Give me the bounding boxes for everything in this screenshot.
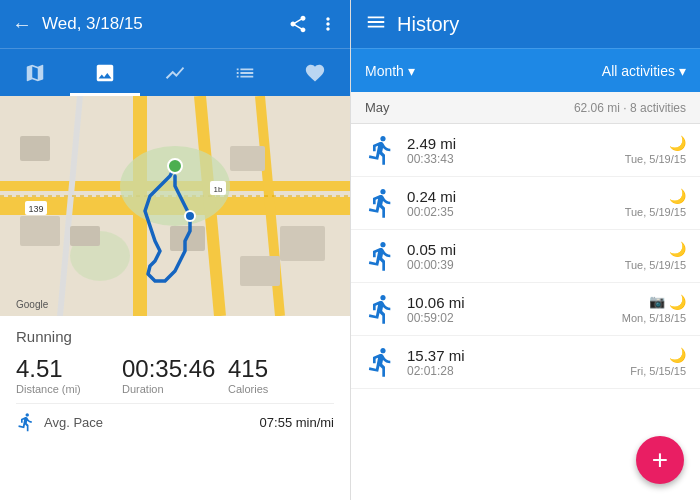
activity-right: 🌙 Tue, 5/19/15: [625, 135, 686, 165]
activity-icons: 🌙: [669, 135, 686, 151]
activity-distance: 10.06 mi: [407, 294, 622, 311]
month-name: May: [365, 100, 390, 115]
chart-tab[interactable]: [140, 49, 210, 96]
calories-label: Calories: [228, 383, 334, 395]
run-icon: [365, 293, 397, 325]
back-icon[interactable]: ←: [12, 13, 32, 36]
duration-stat: 00:35:46 Duration: [122, 355, 228, 395]
distance-value: 4.51: [16, 355, 122, 383]
distance-label: Distance (mi): [16, 383, 122, 395]
activity-date: Fri, 5/15/15: [630, 365, 686, 377]
activities-filter-label: All activities: [602, 63, 675, 79]
activity-right: 🌙 Tue, 5/19/15: [625, 241, 686, 271]
svg-text:Google: Google: [16, 299, 49, 310]
run-icon: [365, 240, 397, 272]
activity-date: Mon, 5/18/15: [622, 312, 686, 324]
svg-rect-12: [230, 146, 265, 171]
right-panel-wrapper: History Month ▾ All activities ▾ May 62.…: [350, 0, 700, 500]
activity-distance: 2.49 mi: [407, 135, 625, 152]
activity-duration: 00:33:43: [407, 152, 625, 166]
avg-pace-label: Avg. Pace: [44, 415, 260, 430]
duration-value: 00:35:46: [122, 355, 228, 383]
activity-right: 🌙 Tue, 5/19/15: [625, 188, 686, 218]
list-item[interactable]: 2.49 mi 00:33:43 🌙 Tue, 5/19/15: [351, 124, 700, 177]
list-item[interactable]: 0.05 mi 00:00:39 🌙 Tue, 5/19/15: [351, 230, 700, 283]
svg-rect-10: [20, 216, 60, 246]
activity-date: Tue, 5/19/15: [625, 206, 686, 218]
moon-icon: 🌙: [669, 135, 686, 151]
activity-details: 2.49 mi 00:33:43: [407, 135, 625, 166]
activity-icons: 📷 🌙: [649, 294, 686, 310]
svg-rect-14: [20, 136, 50, 161]
pace-icon: [16, 412, 36, 432]
month-filter-label: Month: [365, 63, 404, 79]
camera-icon: 📷: [649, 294, 665, 310]
moon-icon: 🌙: [669, 347, 686, 363]
tab-bar: [0, 48, 350, 96]
map-area: 139 1b Google: [0, 96, 350, 316]
list-tab[interactable]: [210, 49, 280, 96]
month-header-may: May 62.06 mi · 8 activities: [351, 92, 700, 124]
header-title: Wed, 3/18/15: [42, 14, 278, 34]
list-item[interactable]: 15.37 mi 02:01:28 🌙 Fri, 5/15/15: [351, 336, 700, 389]
activity-right: 🌙 Fri, 5/15/15: [630, 347, 686, 377]
stats-row: 4.51 Distance (mi) 00:35:46 Duration 415…: [16, 355, 334, 395]
activity-details: 15.37 mi 02:01:28: [407, 347, 630, 378]
activity-duration: 00:00:39: [407, 258, 625, 272]
heart-tab[interactable]: [280, 49, 350, 96]
left-panel: ← Wed, 3/18/15: [0, 0, 350, 500]
right-panel: History Month ▾ All activities ▾ May 62.…: [350, 0, 700, 500]
history-title: History: [397, 13, 686, 36]
list-item[interactable]: 0.24 mi 00:02:35 🌙 Tue, 5/19/15: [351, 177, 700, 230]
avg-pace-value: 07:55 min/mi: [260, 415, 334, 430]
svg-text:1b: 1b: [214, 185, 223, 194]
activity-duration: 02:01:28: [407, 364, 630, 378]
list-item[interactable]: 10.06 mi 00:59:02 📷 🌙 Mon, 5/18/15: [351, 283, 700, 336]
hamburger-icon[interactable]: [365, 11, 387, 37]
run-icon: [365, 187, 397, 219]
top-bar: ← Wed, 3/18/15: [0, 0, 350, 48]
activity-icons: 🌙: [669, 241, 686, 257]
activity-type: Running: [16, 328, 334, 345]
activity-right: 📷 🌙 Mon, 5/18/15: [622, 294, 686, 324]
moon-icon: 🌙: [669, 241, 686, 257]
more-icon[interactable]: [318, 14, 338, 34]
activity-duration: 00:02:35: [407, 205, 625, 219]
svg-text:139: 139: [28, 204, 43, 214]
activity-info: Running 4.51 Distance (mi) 00:35:46 Dura…: [0, 316, 350, 500]
moon-icon: 🌙: [669, 188, 686, 204]
activity-distance: 0.05 mi: [407, 241, 625, 258]
svg-rect-15: [240, 256, 280, 286]
activity-details: 10.06 mi 00:59:02: [407, 294, 622, 325]
avg-pace-row: Avg. Pace 07:55 min/mi: [16, 403, 334, 432]
month-stats: 62.06 mi · 8 activities: [390, 101, 686, 115]
calories-value: 415: [228, 355, 334, 383]
activity-distance: 0.24 mi: [407, 188, 625, 205]
photo-tab[interactable]: [70, 49, 140, 96]
run-icon: [365, 134, 397, 166]
svg-rect-13: [280, 226, 325, 261]
svg-point-21: [168, 159, 182, 173]
activity-date: Tue, 5/19/15: [625, 153, 686, 165]
fab-add-button[interactable]: +: [636, 436, 684, 484]
activity-details: 0.05 mi 00:00:39: [407, 241, 625, 272]
share-icon[interactable]: [288, 14, 308, 34]
history-header: History: [351, 0, 700, 48]
map-tab[interactable]: [0, 49, 70, 96]
activities-dropdown-icon: ▾: [679, 63, 686, 79]
activity-icons: 🌙: [669, 188, 686, 204]
activities-filter[interactable]: All activities ▾: [602, 63, 686, 79]
filter-bar: Month ▾ All activities ▾: [351, 48, 700, 92]
activity-details: 0.24 mi 00:02:35: [407, 188, 625, 219]
calories-stat: 415 Calories: [228, 355, 334, 395]
activity-distance: 15.37 mi: [407, 347, 630, 364]
distance-stat: 4.51 Distance (mi): [16, 355, 122, 395]
moon-icon: 🌙: [669, 294, 686, 310]
month-dropdown-icon: ▾: [408, 63, 415, 79]
month-filter[interactable]: Month ▾: [365, 63, 602, 79]
run-icon: [365, 346, 397, 378]
duration-label: Duration: [122, 383, 228, 395]
activity-icons: 🌙: [669, 347, 686, 363]
activity-date: Tue, 5/19/15: [625, 259, 686, 271]
svg-rect-11: [70, 226, 100, 246]
